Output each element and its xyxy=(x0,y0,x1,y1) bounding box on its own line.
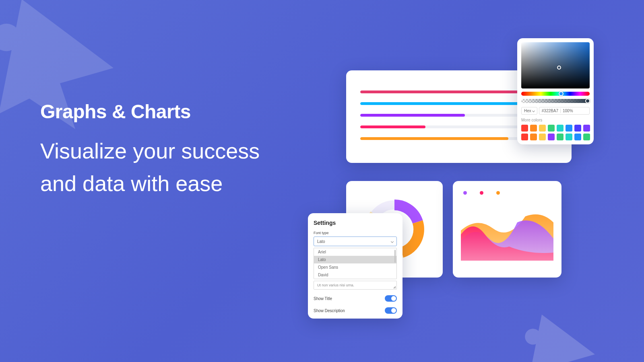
hue-thumb-icon[interactable] xyxy=(559,91,564,96)
color-swatch[interactable] xyxy=(557,125,564,132)
progress-bar-fill xyxy=(360,137,508,140)
color-swatch[interactable] xyxy=(530,125,537,132)
area-chart xyxy=(461,200,553,261)
font-option[interactable]: Lato xyxy=(314,256,396,263)
description-textarea[interactable]: Ut non varius nisi urna. xyxy=(314,281,397,290)
settings-title: Settings xyxy=(314,220,397,226)
saturation-value-area[interactable] xyxy=(521,42,590,88)
show-description-label: Show Description xyxy=(314,309,345,313)
font-option[interactable]: Ariel xyxy=(314,248,396,256)
scrollbar-thumb[interactable] xyxy=(394,250,396,263)
hero-text: Graphs & Charts Visualize your success a… xyxy=(40,101,266,200)
show-description-toggle[interactable] xyxy=(385,307,397,314)
color-swatch[interactable] xyxy=(583,134,590,140)
color-swatch[interactable] xyxy=(530,134,537,140)
area-chart-card xyxy=(453,181,561,278)
sv-cursor-icon[interactable] xyxy=(557,66,561,70)
color-swatch[interactable] xyxy=(566,125,572,132)
font-type-select[interactable]: Lato xyxy=(314,237,397,246)
color-swatch[interactable] xyxy=(548,125,555,132)
color-swatch[interactable] xyxy=(574,125,581,132)
alpha-percent: 100% xyxy=(563,109,573,113)
color-swatch[interactable] xyxy=(539,134,546,140)
progress-bar-fill xyxy=(360,125,425,128)
chevron-down-icon xyxy=(391,240,394,243)
show-title-toggle[interactable] xyxy=(385,295,397,302)
svg-marker-3 xyxy=(528,315,595,362)
color-swatch[interactable] xyxy=(539,125,546,132)
font-type-label: Font type xyxy=(314,231,397,235)
swatch-grid xyxy=(521,125,590,140)
font-option[interactable]: David xyxy=(314,271,396,279)
more-colors-label: More colors xyxy=(521,118,590,122)
hero-title: Graphs & Charts xyxy=(40,101,266,123)
color-picker-panel: Hex #322BA7 100% More colors xyxy=(517,38,594,144)
alpha-thumb-icon[interactable] xyxy=(585,99,590,103)
alpha-slider[interactable] xyxy=(521,99,590,103)
color-swatch[interactable] xyxy=(521,134,528,140)
color-mode-select[interactable]: Hex xyxy=(521,107,537,115)
font-type-value: Lato xyxy=(317,239,325,244)
description-text: Ut non varius nisi urna. xyxy=(317,283,354,287)
font-option[interactable]: Open Sans xyxy=(314,263,396,271)
area-chart-legend xyxy=(461,191,553,195)
color-swatch[interactable] xyxy=(566,134,572,140)
hue-slider[interactable] xyxy=(521,92,590,96)
hero-subtitle: Visualize your success and data with eas… xyxy=(40,135,266,200)
legend-dot-icon xyxy=(480,191,483,195)
show-title-label: Show Title xyxy=(314,296,332,301)
color-swatch[interactable] xyxy=(521,125,528,132)
settings-panel: Settings Font type Lato ArielLatoOpen Sa… xyxy=(308,213,402,319)
hex-code: #322BA7 xyxy=(542,109,558,113)
color-swatch[interactable] xyxy=(557,134,564,140)
color-swatch[interactable] xyxy=(583,125,590,132)
resize-handle-icon[interactable] xyxy=(393,286,396,288)
chevron-down-icon xyxy=(532,109,535,112)
color-mode-value: Hex xyxy=(524,109,531,113)
color-swatch[interactable] xyxy=(574,134,581,140)
legend-dot-icon xyxy=(496,191,500,195)
hex-value-field[interactable]: #322BA7 100% xyxy=(539,107,590,115)
font-type-dropdown: ArielLatoOpen SansDavid xyxy=(314,248,397,279)
color-swatch[interactable] xyxy=(548,134,555,140)
legend-dot-icon xyxy=(463,191,467,195)
decorative-arrow-icon xyxy=(515,306,604,362)
progress-bar-fill xyxy=(360,114,465,117)
